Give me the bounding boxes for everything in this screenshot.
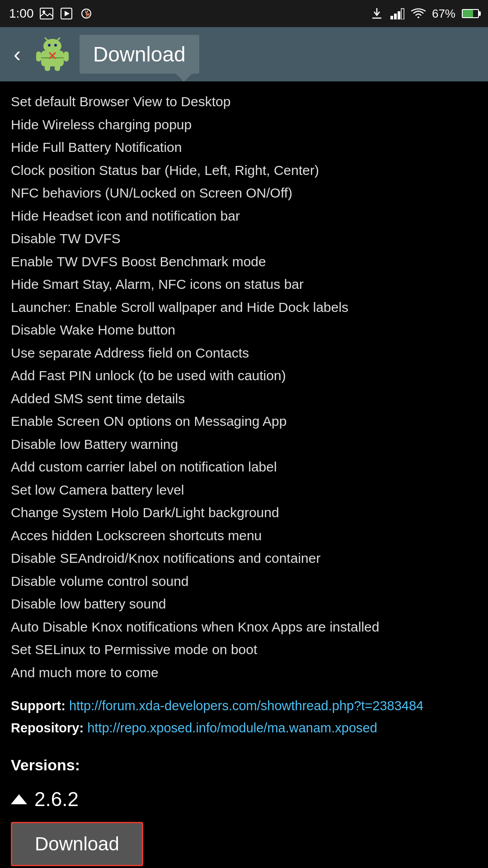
version-number: 2.6.2: [34, 784, 79, 815]
download-button[interactable]: Download: [11, 822, 143, 866]
list-item: Add Fast PIN unlock (to be used with cau…: [11, 364, 477, 387]
list-item: Set low Camera battery level: [11, 479, 477, 502]
svg-rect-0: [40, 8, 53, 19]
list-item: Enable Screen ON options on Messaging Ap…: [11, 410, 477, 433]
list-item: Use separate Address field on Contacts: [11, 342, 477, 365]
list-item: Acces hidden Lockscreen shortcuts menu: [11, 524, 477, 547]
svg-point-13: [43, 39, 61, 53]
repository-line: Repository: http://repo.xposed.info/modu…: [11, 717, 477, 739]
version-item: 2.6.2: [11, 784, 477, 815]
list-item: Change System Holo Dark/Light background: [11, 501, 477, 524]
svg-rect-19: [64, 52, 69, 61]
battery-indicator: [462, 9, 479, 18]
svg-line-17: [57, 38, 60, 41]
svg-rect-8: [390, 16, 393, 19]
list-item: Set default Browser View to Desktop: [11, 90, 477, 113]
list-item: Auto Disable Knox notifications when Kno…: [11, 616, 477, 639]
svg-marker-3: [65, 11, 70, 16]
list-item: Hide Smart Stay, Alarm, NFC icons on sta…: [11, 273, 477, 296]
svg-point-1: [42, 10, 45, 13]
back-button[interactable]: ‹: [9, 39, 25, 70]
signal-icon: [390, 6, 405, 21]
list-item: Hide Headset icon and notification bar: [11, 205, 477, 228]
time-display: 1:00: [9, 6, 34, 21]
list-item: NFC behaviors (UN/Locked on Screen ON/Of…: [11, 182, 477, 205]
version-expand-arrow[interactable]: [11, 794, 27, 804]
list-item: Disable low battery sound: [11, 593, 477, 616]
list-item: Hide Full Battery Notification: [11, 136, 477, 159]
svg-rect-21: [55, 65, 60, 71]
battery-percent: 67%: [432, 7, 455, 21]
svg-rect-10: [398, 11, 400, 19]
repository-label: Repository:: [11, 721, 84, 735]
list-item: Disable TW DVFS: [11, 227, 477, 250]
app-title: Download: [93, 42, 186, 66]
repository-link[interactable]: http://repo.xposed.info/module/ma.wanam.…: [87, 721, 377, 735]
support-line: Support: http://forum.xda-developers.com…: [11, 695, 477, 717]
list-item: Add custom carrier label on notification…: [11, 456, 477, 479]
svg-point-14: [48, 44, 51, 47]
list-item: Launcher: Enable Scroll wallpaper and Hi…: [11, 296, 477, 319]
list-item: Set SELinux to Permissive mode on boot: [11, 638, 477, 661]
status-bar: 1:00 🦌: [0, 0, 488, 27]
support-section: Support: http://forum.xda-developers.com…: [11, 695, 477, 740]
app-title-container: Download: [80, 35, 199, 74]
svg-text:🦌: 🦌: [83, 9, 92, 18]
list-item: Hide Wireless charging popup: [11, 113, 477, 137]
svg-rect-9: [394, 14, 397, 19]
app-logo-icon: [34, 36, 70, 72]
support-link[interactable]: http://forum.xda-developers.com/showthre…: [69, 698, 423, 713]
versions-section: Versions: 2.6.2 Download Changes: 2.6.2:: [11, 753, 477, 868]
svg-point-15: [54, 44, 57, 47]
svg-line-16: [45, 38, 48, 41]
list-item: Enable TW DVFS Boost Benchmark mode: [11, 250, 477, 274]
title-dropdown-arrow: [176, 74, 192, 82]
download-status-icon: [370, 6, 384, 21]
download-button-container: Download: [11, 822, 477, 866]
versions-title: Versions:: [11, 753, 477, 777]
image-icon: [39, 6, 54, 21]
list-item: Added SMS sent time details: [11, 387, 477, 410]
main-content: Set default Browser View to Desktop Hide…: [0, 81, 488, 868]
status-right: 67%: [370, 6, 479, 21]
svg-rect-20: [45, 65, 50, 71]
features-list: Set default Browser View to Desktop Hide…: [11, 90, 477, 684]
list-item: Disable Wake Home button: [11, 319, 477, 342]
list-item: Disable SEAndroid/Knox notifications and…: [11, 547, 477, 570]
status-left: 1:00 🦌: [9, 6, 94, 21]
app-bar: ‹ Download: [0, 27, 488, 81]
svg-rect-18: [36, 52, 41, 61]
deer-icon: 🦌: [79, 6, 94, 21]
list-item: Clock position Status bar (Hide, Left, R…: [11, 159, 477, 182]
wifi-icon: [411, 6, 426, 21]
svg-rect-11: [401, 9, 404, 19]
list-item: Disable low Battery warning: [11, 433, 477, 456]
list-item: Disable volume control sound: [11, 570, 477, 593]
list-item: And much more to come: [11, 661, 477, 684]
support-label: Support:: [11, 698, 66, 713]
play-icon: [59, 6, 74, 21]
